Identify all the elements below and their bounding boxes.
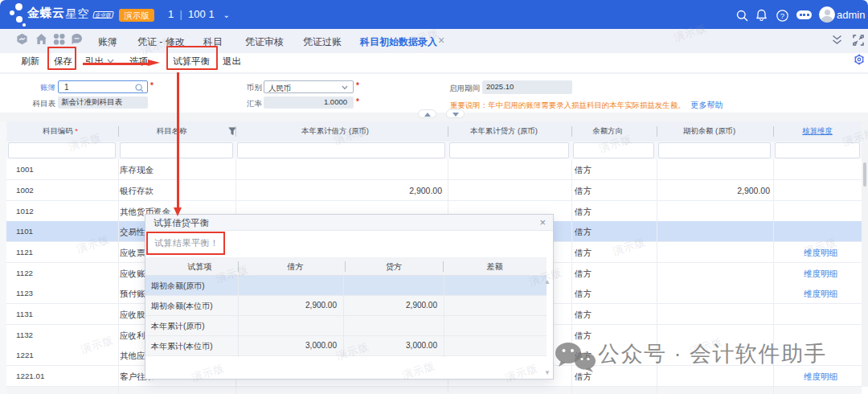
svg-text:?: ? [780,11,784,20]
